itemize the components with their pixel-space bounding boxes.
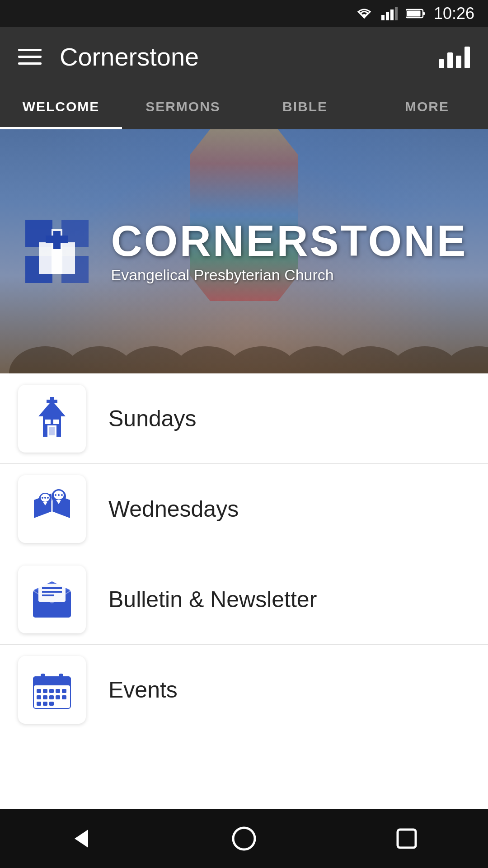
wednesdays-label: Wednesdays bbox=[108, 496, 239, 522]
app-bar-left: Cornerstone bbox=[18, 42, 199, 71]
signal-icon bbox=[381, 7, 398, 20]
menu-button[interactable] bbox=[18, 49, 42, 65]
menu-item-events[interactable]: Events bbox=[0, 645, 488, 735]
svg-rect-68 bbox=[37, 702, 41, 706]
tab-more[interactable]: MORE bbox=[366, 86, 488, 129]
svg-point-39 bbox=[42, 497, 43, 499]
back-button[interactable] bbox=[59, 816, 104, 861]
group-icon bbox=[29, 486, 75, 532]
svg-point-43 bbox=[58, 494, 60, 496]
svg-point-41 bbox=[47, 497, 49, 499]
svg-rect-1 bbox=[386, 12, 389, 20]
home-button[interactable] bbox=[221, 816, 267, 861]
menu-item-wednesdays[interactable]: Wednesdays bbox=[0, 464, 488, 554]
wednesdays-icon-box bbox=[18, 475, 86, 543]
tab-welcome[interactable]: WELCOME bbox=[0, 86, 122, 129]
menu-list: Sundays W bbox=[0, 373, 488, 735]
svg-rect-31 bbox=[53, 420, 59, 424]
recents-icon bbox=[393, 825, 420, 852]
home-icon bbox=[230, 825, 258, 852]
hero-title: CORNERSTONE bbox=[111, 219, 468, 263]
svg-rect-73 bbox=[398, 830, 416, 848]
svg-point-15 bbox=[443, 346, 488, 373]
mail-icon bbox=[29, 577, 75, 622]
sundays-icon-box bbox=[18, 385, 86, 453]
tab-bible[interactable]: BIBLE bbox=[244, 86, 366, 129]
status-time: 10:26 bbox=[434, 4, 474, 23]
svg-marker-71 bbox=[75, 830, 88, 848]
bottom-nav bbox=[0, 809, 488, 868]
status-icons: 10:26 bbox=[355, 4, 474, 23]
wifi-icon bbox=[355, 7, 373, 20]
events-label: Events bbox=[108, 677, 178, 703]
svg-rect-57 bbox=[59, 674, 63, 681]
svg-rect-30 bbox=[45, 420, 51, 424]
svg-rect-3 bbox=[395, 7, 398, 20]
hero-text: CORNERSTONE Evangelical Presbyterian Chu… bbox=[111, 219, 468, 284]
chart-icon[interactable] bbox=[439, 45, 470, 68]
svg-rect-5 bbox=[423, 12, 425, 15]
tab-bar: WELCOME SERMONS BIBLE MORE bbox=[0, 86, 488, 129]
svg-rect-69 bbox=[43, 702, 47, 706]
hero-banner: CORNERSTONE Evangelical Presbyterian Chu… bbox=[0, 129, 488, 373]
svg-rect-70 bbox=[49, 702, 54, 706]
app-title: Cornerstone bbox=[60, 42, 199, 71]
svg-rect-62 bbox=[62, 689, 66, 693]
svg-rect-61 bbox=[56, 689, 60, 693]
calendar-icon bbox=[29, 667, 75, 712]
svg-rect-65 bbox=[49, 695, 54, 699]
svg-point-44 bbox=[61, 494, 63, 496]
app-bar: Cornerstone bbox=[0, 27, 488, 86]
recents-button[interactable] bbox=[384, 816, 429, 861]
menu-item-sundays[interactable]: Sundays bbox=[0, 373, 488, 464]
church-logo bbox=[21, 215, 93, 288]
back-icon bbox=[68, 825, 95, 852]
svg-rect-58 bbox=[37, 689, 41, 693]
svg-rect-2 bbox=[390, 9, 394, 20]
bulletin-label: Bulletin & Newsletter bbox=[108, 586, 317, 613]
svg-point-72 bbox=[233, 828, 255, 849]
svg-rect-0 bbox=[381, 15, 385, 20]
bulletin-icon-box bbox=[18, 566, 86, 633]
events-icon-box bbox=[18, 656, 86, 724]
hero-content: CORNERSTONE Evangelical Presbyterian Chu… bbox=[21, 215, 468, 288]
church-icon bbox=[29, 396, 75, 441]
svg-point-40 bbox=[44, 497, 46, 499]
svg-rect-63 bbox=[37, 695, 41, 699]
audience-silhouette bbox=[0, 292, 488, 373]
sundays-label: Sundays bbox=[108, 406, 197, 432]
tab-sermons[interactable]: SERMONS bbox=[122, 86, 244, 129]
svg-rect-29 bbox=[49, 427, 55, 435]
svg-rect-60 bbox=[49, 689, 54, 693]
menu-item-bulletin[interactable]: Bulletin & Newsletter bbox=[0, 554, 488, 645]
svg-point-42 bbox=[55, 494, 56, 496]
svg-rect-64 bbox=[43, 695, 47, 699]
svg-rect-6 bbox=[407, 11, 420, 17]
svg-rect-67 bbox=[62, 695, 66, 699]
svg-rect-56 bbox=[41, 674, 45, 681]
svg-rect-23 bbox=[46, 236, 68, 243]
hero-subtitle: Evangelical Presbyterian Church bbox=[111, 266, 468, 284]
svg-rect-27 bbox=[47, 400, 57, 403]
battery-icon bbox=[406, 8, 426, 19]
status-bar: 10:26 bbox=[0, 0, 488, 27]
svg-rect-66 bbox=[56, 695, 60, 699]
svg-rect-59 bbox=[43, 689, 47, 693]
